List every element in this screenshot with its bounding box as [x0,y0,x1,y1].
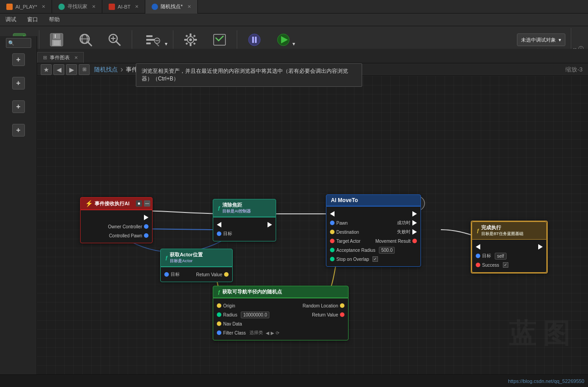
finish-execute-exec-row [472,242,546,251]
finish-execute-success-pin [476,263,480,267]
breadcrumb-parent[interactable]: 随机找点 [94,66,118,74]
class-settings-icon [182,32,199,48]
panel-tab-label: 事件图表 [50,54,70,61]
get-random-nav-icon: ƒ [218,289,220,295]
svg-line-9 [88,42,91,46]
get-random-nav-body: Origin Random Location Radius 10000000.0… [213,298,349,340]
event-receiver-node: ⚡ 事件接收执行AI — ■ Owner Controller [80,197,153,243]
ai-moveto-radius-value[interactable]: 500.0 [379,247,395,254]
get-random-nav-filterclass-value[interactable]: 选择类 [249,330,263,336]
svg-rect-28 [186,35,188,38]
get-random-nav-origin-row: Origin Random Location [213,301,348,310]
ai-moveto-overlap-row: Stop on Overlap ✓ [326,255,421,264]
finish-execute-icon: ƒ [477,228,479,233]
event-receiver-exec-out [144,215,148,220]
panel-tab-close[interactable]: ✕ [74,55,78,60]
tab-ai-bt[interactable]: AI-BT ✕ [102,0,145,14]
svg-rect-24 [190,33,191,36]
event-receiver-options[interactable]: ■ [136,200,142,207]
get-random-nav-retval-right: Return Value [312,312,344,317]
get-actor-location-target-row: 目标 Return Value [161,270,232,279]
finish-execute-body: 目标 self Success ✓ [472,240,547,273]
svg-rect-6 [55,34,56,38]
get-random-nav-title: 获取可导航半径内的随机点 [222,288,282,295]
nav-back-btn[interactable]: ◀ [53,64,64,75]
svg-point-33 [249,34,260,46]
get-random-nav-randloc-pin [340,303,344,308]
clear-distance-title: 清除焦距 [222,202,251,208]
nav-star-btn[interactable]: ★ [41,64,52,75]
get-random-nav-radius-row: Radius 10000000.0 Return Value [213,310,348,319]
event-receiver-header: ⚡ 事件接收执行AI — ■ [80,197,153,210]
ai-moveto-result-label: Movement Result [375,239,411,244]
nav-grid-btn[interactable]: ⊞ [79,64,90,75]
get-random-nav-radius-label: Radius [223,312,237,317]
debug-object-dropdown[interactable]: 未选中调试对象 ▾ [517,33,565,46]
ai-moveto-overlap-label: Stop on Overlap [336,257,369,262]
ai-moveto-dest-row: Destination 失败时 [326,227,421,236]
panel-tab-event-graph[interactable]: ⊞ 事件图表 ✕ [37,52,84,63]
get-actor-location-icon: ƒ [165,255,168,260]
ai-moveto-radius-row: Acceptance Radius 500.0 [326,245,421,255]
sidebar-add-btn-2[interactable]: + [12,77,25,90]
ai-moveto-fail-label: 失败时 [397,229,411,235]
main-canvas[interactable]: L ⚡ 事件接收执行AI — ■ Owner Controller [37,76,588,374]
sidebar-search[interactable]: 🔍 [6,38,31,48]
finish-execute-exec-in [476,244,480,250]
tab-close-ai-play[interactable]: ✕ [42,4,45,9]
ai-moveto-pawn-row: Pawn 成功时 [326,218,421,227]
sidebar-add-btn-4[interactable]: + [12,124,25,137]
run-icon [275,32,292,48]
get-actor-location-target-pin [164,272,169,277]
menu-window[interactable]: 窗口 [25,15,40,24]
tab-random-point[interactable]: 随机找点* ✕ [145,0,197,14]
controlled-pawn-pin-right: Controlled Pawn [109,233,148,238]
get-actor-location-return-label: Return Value [196,272,222,277]
ai-moveto-overlap-checkbox[interactable]: ✓ [373,256,378,262]
class-defaults-icon [211,32,228,48]
tab-find-player[interactable]: 寻找玩家 ✕ [52,0,102,14]
hide-unrelated-icon [144,32,161,48]
menu-help[interactable]: 帮助 [47,15,62,24]
title-bar: AI_PLAY* ✕ 寻找玩家 ✕ AI-BT ✕ 随机找点* ✕ [0,0,588,14]
tab-close-find-player[interactable]: ✕ [92,4,96,9]
ai-moveto-node: AI MoveTo Pawn 成功时 [326,194,421,267]
svg-rect-35 [255,37,257,43]
get-random-nav-radius-value[interactable]: 10000000.0 [241,311,269,318]
clear-distance-header: ƒ 清除焦距 目标是AI控制器 [213,199,276,217]
finish-execute-subtitle: 目标是BT任务蓝图基础 [481,231,523,237]
svg-rect-5 [53,41,60,45]
tab-close-random-point[interactable]: ✕ [187,4,191,9]
finish-execute-success-checkbox[interactable]: ✓ [503,262,508,268]
tab-icon-ai-bt [109,4,115,10]
tooltip: 浏览至相关资产，并且在最近使用的内容浏览器中将其选中（若有必要会调出内容浏览器）… [136,63,362,87]
svg-rect-26 [184,39,187,41]
finish-execute-target-row: 目标 self [472,251,546,260]
ai-moveto-pawn-pin [330,221,335,225]
finish-execute-target-value[interactable]: self [495,253,507,260]
get-actor-location-node: ƒ 获取Actor位置 目标是Actor 目标 Return Value [160,249,233,282]
menu-bar: 调试 窗口 帮助 [0,14,588,26]
tab-close-ai-bt[interactable]: ✕ [135,4,139,9]
get-random-nav-radius-pin-left: Radius 10000000.0 [217,311,269,318]
get-random-nav-navdata-label: Nav Data [223,321,242,326]
svg-point-23 [189,38,192,41]
ai-moveto-body: Pawn 成功时 Destination 失败时 [326,206,421,267]
nav-forward-btn[interactable]: ▶ [66,64,77,75]
sidebar-add-btn-3[interactable]: + [12,100,25,113]
menu-debug[interactable]: 调试 [4,15,18,24]
sidebar-add-btn-1[interactable]: + [12,53,25,66]
get-random-nav-randloc-right: Random Location [303,303,344,308]
ai-moveto-dest-label: Destination [336,230,359,235]
get-random-nav-origin-label: Origin [223,303,235,308]
left-sidebar: 🔍 + + + + [0,36,37,374]
breadcrumb-nav: ★ ◀ ▶ ⊞ [41,64,90,75]
tab-ai-play[interactable]: AI_PLAY* ✕ [0,0,52,14]
owner-controller-pin [144,224,148,229]
ai-moveto-overlap-pin [330,257,335,261]
tooltip-text: 浏览至相关资产，并且在最近使用的内容浏览器中将其选中（若有必要会调出内容浏览器）… [142,68,348,82]
event-receiver-close[interactable]: — [144,200,150,207]
tab-label-ai-bt: AI-BT [118,4,130,9]
clear-distance-body: 目标 [213,217,276,241]
ai-moveto-success-label: 成功时 [397,220,411,226]
